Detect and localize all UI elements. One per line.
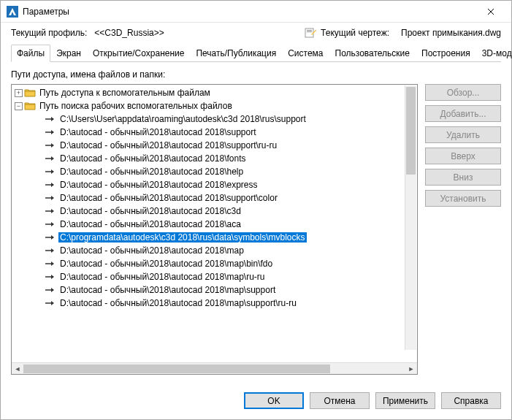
close-button[interactable] [476, 1, 505, 23]
tab-6[interactable]: Построения [416, 45, 476, 61]
section-label: Пути доступа, имена файлов и папки: [11, 69, 501, 80]
path-arrow-icon [45, 232, 56, 243]
close-icon [487, 8, 494, 15]
tree-item-1[interactable]: D:\autocad - обычный\2018\autocad 2018\s… [12, 126, 417, 139]
tree-item-label: D:\autocad - обычный\2018\autocad 2018\m… [58, 245, 245, 256]
window-title: Параметры [23, 7, 476, 17]
tree-item-label: D:\autocad - обычный\2018\autocad 2018\a… [58, 219, 242, 229]
tree-item-label: D:\autocad - обычный\2018\autocad 2018\s… [58, 140, 278, 150]
drawing-label: Текущий чертеж: [321, 28, 389, 38]
tree-item-label: D:\autocad - обычный\2018\autocad 2018\m… [58, 285, 277, 295]
tree-root-1[interactable]: −Путь поиска рабочих вспомогательных фай… [12, 99, 417, 112]
tree-item-2[interactable]: D:\autocad - обычный\2018\autocad 2018\s… [12, 139, 417, 152]
cancel-button[interactable]: Отмена [310, 392, 370, 409]
options-dialog: Параметры Текущий профиль: <<C3D_Russia>… [0, 0, 512, 420]
tree-item-10[interactable]: D:\autocad - обычный\2018\autocad 2018\m… [12, 244, 417, 257]
tree-item-9[interactable]: C:\programdata\autodesk\c3d 2018\rus\dat… [12, 231, 417, 244]
tree-item-3[interactable]: D:\autocad - обычный\2018\autocad 2018\f… [12, 152, 417, 165]
horizontal-scrollbar[interactable]: ◄ ► [12, 362, 417, 374]
set-button[interactable]: Установить [425, 190, 501, 207]
tab-4[interactable]: Система [282, 45, 329, 61]
tree-item-6[interactable]: D:\autocad - обычный\2018\autocad 2018\s… [12, 191, 417, 205]
tree-item-label: D:\autocad - обычный\2018\autocad 2018\m… [58, 272, 267, 282]
tree-item-13[interactable]: D:\autocad - обычный\2018\autocad 2018\m… [12, 283, 417, 297]
tree-item-label: D:\autocad - обычный\2018\autocad 2018\s… [58, 127, 258, 137]
tab-0[interactable]: Файлы [11, 45, 50, 62]
tree-item-11[interactable]: D:\autocad - обычный\2018\autocad 2018\m… [12, 257, 417, 270]
path-arrow-icon [45, 285, 56, 295]
tree-item-label: D:\autocad - обычный\2018\autocad 2018\m… [58, 298, 298, 308]
tree-item-7[interactable]: D:\autocad - обычный\2018\autocad 2018\c… [12, 205, 417, 218]
remove-button[interactable]: Удалить [425, 126, 501, 143]
vertical-scrollbar[interactable] [405, 85, 416, 350]
hscroll-thumb[interactable] [23, 364, 330, 373]
tree-toggle[interactable]: − [15, 102, 23, 110]
ok-button[interactable]: OK [244, 392, 304, 409]
tree-item-label: D:\autocad - обычный\2018\autocad 2018\c… [58, 206, 242, 216]
app-icon [7, 6, 18, 18]
tab-content: Пути доступа, имена файлов и папки: +Пут… [1, 62, 511, 382]
svg-rect-3 [307, 31, 312, 32]
paths-tree-container: +Путь доступа к вспомогательным файлам−П… [11, 84, 418, 375]
tab-1[interactable]: Экран [50, 45, 87, 61]
path-arrow-icon [45, 153, 56, 164]
move-up-button[interactable]: Вверх [425, 148, 501, 164]
svg-rect-1 [305, 28, 313, 37]
move-down-button[interactable]: Вниз [425, 169, 501, 186]
tree-item-label: Путь поиска рабочих вспомогательных файл… [38, 101, 234, 111]
tab-2[interactable]: Открытие/Сохранение [87, 45, 190, 61]
path-arrow-icon [45, 193, 56, 203]
tree-item-label: C:\Users\User\appdata\roaming\autodesk\c… [58, 114, 307, 124]
side-buttons: Обзор... Добавить... Удалить Вверх Вниз … [425, 84, 501, 375]
tree-item-label: D:\autocad - обычный\2018\autocad 2018\h… [58, 167, 245, 177]
path-arrow-icon [45, 272, 56, 282]
paths-tree[interactable]: +Путь доступа к вспомогательным файлам−П… [12, 85, 417, 362]
tree-item-4[interactable]: D:\autocad - обычный\2018\autocad 2018\h… [12, 165, 417, 178]
path-arrow-icon [45, 245, 56, 256]
scroll-thumb[interactable] [406, 87, 416, 175]
dialog-footer: OK Отмена Применить Справка [1, 382, 511, 419]
tabs: ФайлыЭкранОткрытие/СохранениеПечать/Публ… [11, 45, 501, 62]
svg-rect-2 [307, 30, 312, 31]
apply-button[interactable]: Применить [375, 392, 435, 409]
folder-icon [24, 88, 36, 98]
tree-item-label: D:\autocad - обычный\2018\autocad 2018\s… [58, 193, 279, 203]
tree-toggle[interactable]: + [15, 89, 23, 97]
tree-item-label: D:\autocad - обычный\2018\autocad 2018\e… [58, 180, 259, 190]
browse-button[interactable]: Обзор... [425, 84, 501, 101]
tree-item-label: D:\autocad - обычный\2018\autocad 2018\f… [58, 153, 248, 164]
tree-item-5[interactable]: D:\autocad - обычный\2018\autocad 2018\e… [12, 178, 417, 191]
tree-item-label: C:\programdata\autodesk\c3d 2018\rus\dat… [58, 232, 307, 243]
tree-root-0[interactable]: +Путь доступа к вспомогательным файлам [12, 86, 417, 99]
profile-value: <<C3D_Russia>> [94, 28, 164, 38]
tree-item-label: Путь доступа к вспомогательным файлам [38, 88, 212, 98]
drawing-icon [305, 27, 316, 39]
path-arrow-icon [45, 140, 56, 150]
tree-item-0[interactable]: C:\Users\User\appdata\roaming\autodesk\c… [12, 112, 417, 126]
hscroll-left[interactable]: ◄ [12, 363, 23, 375]
path-arrow-icon [45, 167, 56, 177]
path-arrow-icon [45, 127, 56, 137]
folder-icon [24, 101, 36, 111]
path-arrow-icon [45, 259, 56, 269]
add-button[interactable]: Добавить... [425, 105, 501, 122]
drawing-value: Проект примыкания.dwg [401, 28, 501, 38]
tab-7[interactable]: 3D-моделирова [476, 45, 512, 61]
path-arrow-icon [45, 180, 56, 190]
tree-item-12[interactable]: D:\autocad - обычный\2018\autocad 2018\m… [12, 270, 417, 283]
titlebar: Параметры [1, 1, 511, 23]
path-arrow-icon [45, 206, 56, 216]
path-arrow-icon [45, 114, 56, 124]
tab-3[interactable]: Печать/Публикация [190, 45, 282, 61]
tab-5[interactable]: Пользовательские [329, 45, 416, 61]
help-button[interactable]: Справка [441, 392, 501, 409]
tree-item-label: D:\autocad - обычный\2018\autocad 2018\m… [58, 259, 274, 269]
path-arrow-icon [45, 219, 56, 229]
profile-strip: Текущий профиль: <<C3D_Russia>> Текущий … [1, 23, 511, 42]
profile-label: Текущий профиль: [11, 28, 87, 38]
path-arrow-icon [45, 298, 56, 308]
tree-item-8[interactable]: D:\autocad - обычный\2018\autocad 2018\a… [12, 218, 417, 231]
hscroll-right[interactable]: ► [405, 363, 417, 375]
tree-item-14[interactable]: D:\autocad - обычный\2018\autocad 2018\m… [12, 297, 417, 310]
